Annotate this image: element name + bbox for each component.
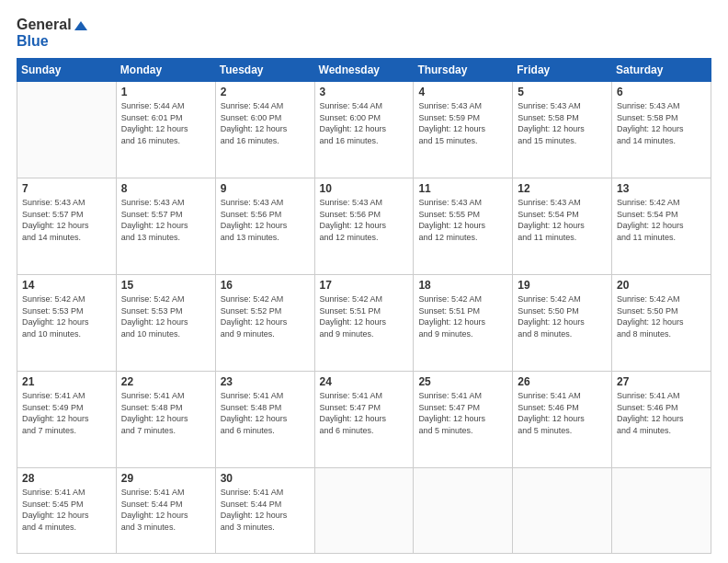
day-info: Sunrise: 5:41 AM Sunset: 5:46 PM Dayligh… xyxy=(617,390,706,436)
calendar-cell: 10Sunrise: 5:43 AM Sunset: 5:56 PM Dayli… xyxy=(314,178,414,275)
day-info: Sunrise: 5:41 AM Sunset: 5:48 PM Dayligh… xyxy=(121,390,210,436)
logo-general: General xyxy=(17,17,87,33)
day-info: Sunrise: 5:42 AM Sunset: 5:53 PM Dayligh… xyxy=(22,293,111,339)
day-info: Sunrise: 5:41 AM Sunset: 5:44 PM Dayligh… xyxy=(121,487,210,533)
day-info: Sunrise: 5:43 AM Sunset: 5:54 PM Dayligh… xyxy=(518,197,607,243)
calendar-cell: 7Sunrise: 5:43 AM Sunset: 5:57 PM Daylig… xyxy=(17,178,117,275)
day-number: 15 xyxy=(121,279,210,292)
day-info: Sunrise: 5:42 AM Sunset: 5:52 PM Dayligh… xyxy=(221,293,310,339)
day-of-week-header: Tuesday xyxy=(215,59,314,82)
calendar-cell: 15Sunrise: 5:42 AM Sunset: 5:53 PM Dayli… xyxy=(116,275,215,372)
day-info: Sunrise: 5:41 AM Sunset: 5:45 PM Dayligh… xyxy=(22,487,111,533)
day-number: 16 xyxy=(221,279,310,292)
calendar-cell: 28Sunrise: 5:41 AM Sunset: 5:45 PM Dayli… xyxy=(17,467,117,553)
day-of-week-header: Monday xyxy=(116,59,215,82)
day-info: Sunrise: 5:43 AM Sunset: 5:56 PM Dayligh… xyxy=(320,197,409,243)
day-number: 30 xyxy=(221,472,310,485)
day-number: 20 xyxy=(617,279,706,292)
calendar-cell xyxy=(314,467,414,553)
day-info: Sunrise: 5:42 AM Sunset: 5:50 PM Dayligh… xyxy=(617,293,706,339)
day-number: 18 xyxy=(418,279,507,292)
day-number: 28 xyxy=(22,472,111,485)
calendar-cell: 1Sunrise: 5:44 AM Sunset: 6:01 PM Daylig… xyxy=(116,82,215,178)
day-number: 11 xyxy=(418,182,507,195)
calendar-cell: 13Sunrise: 5:42 AM Sunset: 5:54 PM Dayli… xyxy=(612,178,711,275)
calendar-cell: 2Sunrise: 5:44 AM Sunset: 6:00 PM Daylig… xyxy=(215,82,314,178)
day-number: 10 xyxy=(320,182,409,195)
day-info: Sunrise: 5:42 AM Sunset: 5:54 PM Dayligh… xyxy=(617,197,706,243)
day-number: 23 xyxy=(221,375,310,388)
day-info: Sunrise: 5:43 AM Sunset: 5:58 PM Dayligh… xyxy=(518,100,607,146)
day-number: 29 xyxy=(121,472,210,485)
calendar-cell: 9Sunrise: 5:43 AM Sunset: 5:56 PM Daylig… xyxy=(215,178,314,275)
calendar-cell: 23Sunrise: 5:41 AM Sunset: 5:48 PM Dayli… xyxy=(215,372,314,468)
day-info: Sunrise: 5:41 AM Sunset: 5:47 PM Dayligh… xyxy=(418,390,507,436)
day-of-week-header: Friday xyxy=(513,59,612,82)
calendar-week-row: 21Sunrise: 5:41 AM Sunset: 5:49 PM Dayli… xyxy=(17,372,711,468)
day-info: Sunrise: 5:42 AM Sunset: 5:50 PM Dayligh… xyxy=(518,293,607,339)
calendar-cell: 3Sunrise: 5:44 AM Sunset: 6:00 PM Daylig… xyxy=(314,82,414,178)
day-number: 12 xyxy=(518,182,607,195)
day-info: Sunrise: 5:43 AM Sunset: 5:57 PM Dayligh… xyxy=(22,197,111,243)
calendar-cell: 18Sunrise: 5:42 AM Sunset: 5:51 PM Dayli… xyxy=(414,275,513,372)
calendar-cell: 21Sunrise: 5:41 AM Sunset: 5:49 PM Dayli… xyxy=(17,372,117,468)
day-number: 8 xyxy=(121,182,210,195)
calendar-cell: 25Sunrise: 5:41 AM Sunset: 5:47 PM Dayli… xyxy=(414,372,513,468)
day-info: Sunrise: 5:44 AM Sunset: 6:01 PM Dayligh… xyxy=(121,100,210,146)
calendar-cell xyxy=(414,467,513,553)
day-number: 2 xyxy=(221,86,310,98)
header: General Blue xyxy=(17,17,711,49)
day-number: 14 xyxy=(22,279,111,292)
day-of-week-header: Thursday xyxy=(414,59,513,82)
day-of-week-header: Sunday xyxy=(17,59,117,82)
calendar-cell: 29Sunrise: 5:41 AM Sunset: 5:44 PM Dayli… xyxy=(116,467,215,553)
day-number: 27 xyxy=(617,375,706,388)
calendar-cell: 16Sunrise: 5:42 AM Sunset: 5:52 PM Dayli… xyxy=(215,275,314,372)
calendar-cell xyxy=(513,467,612,553)
logo-mark: General Blue xyxy=(17,17,87,49)
calendar-cell: 27Sunrise: 5:41 AM Sunset: 5:46 PM Dayli… xyxy=(612,372,711,468)
day-number: 9 xyxy=(221,182,310,195)
calendar-table: SundayMondayTuesdayWednesdayThursdayFrid… xyxy=(17,58,711,554)
calendar-cell: 20Sunrise: 5:42 AM Sunset: 5:50 PM Dayli… xyxy=(612,275,711,372)
calendar-cell: 6Sunrise: 5:43 AM Sunset: 5:58 PM Daylig… xyxy=(612,82,711,178)
day-info: Sunrise: 5:44 AM Sunset: 6:00 PM Dayligh… xyxy=(221,100,310,146)
calendar-cell: 26Sunrise: 5:41 AM Sunset: 5:46 PM Dayli… xyxy=(513,372,612,468)
day-info: Sunrise: 5:43 AM Sunset: 5:59 PM Dayligh… xyxy=(418,100,507,146)
day-number: 7 xyxy=(22,182,111,195)
calendar-week-row: 1Sunrise: 5:44 AM Sunset: 6:01 PM Daylig… xyxy=(17,82,711,178)
day-number: 26 xyxy=(518,375,607,388)
day-info: Sunrise: 5:41 AM Sunset: 5:47 PM Dayligh… xyxy=(320,390,409,436)
calendar-cell: 24Sunrise: 5:41 AM Sunset: 5:47 PM Dayli… xyxy=(314,372,414,468)
calendar-cell xyxy=(612,467,711,553)
day-info: Sunrise: 5:41 AM Sunset: 5:46 PM Dayligh… xyxy=(518,390,607,436)
day-number: 5 xyxy=(518,86,607,98)
day-number: 24 xyxy=(320,375,409,388)
calendar-week-row: 7Sunrise: 5:43 AM Sunset: 5:57 PM Daylig… xyxy=(17,178,711,275)
day-info: Sunrise: 5:41 AM Sunset: 5:48 PM Dayligh… xyxy=(221,390,310,436)
day-info: Sunrise: 5:41 AM Sunset: 5:44 PM Dayligh… xyxy=(221,487,310,533)
day-info: Sunrise: 5:44 AM Sunset: 6:00 PM Dayligh… xyxy=(320,100,409,146)
day-info: Sunrise: 5:43 AM Sunset: 5:56 PM Dayligh… xyxy=(221,197,310,243)
calendar-cell: 19Sunrise: 5:42 AM Sunset: 5:50 PM Dayli… xyxy=(513,275,612,372)
day-info: Sunrise: 5:42 AM Sunset: 5:51 PM Dayligh… xyxy=(320,293,409,339)
page: General Blue SundayMondayTuesdayWednesda… xyxy=(0,0,728,563)
calendar-cell: 8Sunrise: 5:43 AM Sunset: 5:57 PM Daylig… xyxy=(116,178,215,275)
calendar-cell: 22Sunrise: 5:41 AM Sunset: 5:48 PM Dayli… xyxy=(116,372,215,468)
calendar-cell: 17Sunrise: 5:42 AM Sunset: 5:51 PM Dayli… xyxy=(314,275,414,372)
logo: General Blue xyxy=(17,17,87,49)
calendar-cell: 30Sunrise: 5:41 AM Sunset: 5:44 PM Dayli… xyxy=(215,467,314,553)
calendar-cell: 14Sunrise: 5:42 AM Sunset: 5:53 PM Dayli… xyxy=(17,275,117,372)
day-number: 21 xyxy=(22,375,111,388)
day-info: Sunrise: 5:43 AM Sunset: 5:57 PM Dayligh… xyxy=(121,197,210,243)
calendar-cell: 12Sunrise: 5:43 AM Sunset: 5:54 PM Dayli… xyxy=(513,178,612,275)
day-info: Sunrise: 5:43 AM Sunset: 5:58 PM Dayligh… xyxy=(617,100,706,146)
day-info: Sunrise: 5:41 AM Sunset: 5:49 PM Dayligh… xyxy=(22,390,111,436)
logo-blue: Blue xyxy=(17,33,87,50)
day-number: 22 xyxy=(121,375,210,388)
calendar-week-row: 28Sunrise: 5:41 AM Sunset: 5:45 PM Dayli… xyxy=(17,467,711,553)
day-number: 19 xyxy=(518,279,607,292)
day-info: Sunrise: 5:42 AM Sunset: 5:53 PM Dayligh… xyxy=(121,293,210,339)
day-info: Sunrise: 5:43 AM Sunset: 5:55 PM Dayligh… xyxy=(418,197,507,243)
day-number: 1 xyxy=(121,86,210,98)
